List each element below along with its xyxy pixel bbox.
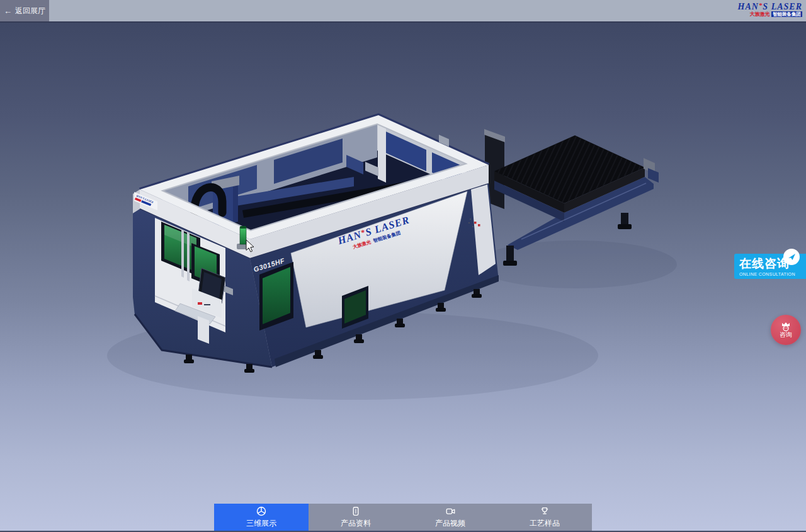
tab-process-samples[interactable]: 工艺样品 xyxy=(497,504,592,531)
tab-3d-display[interactable]: 三维展示 xyxy=(214,504,309,531)
door-handle xyxy=(187,232,190,281)
back-button[interactable]: ← 返回展厅 xyxy=(0,0,49,21)
tab-product-info[interactable]: 产品资料 xyxy=(309,504,403,531)
tab-label: 工艺样品 xyxy=(530,518,560,529)
back-arrow-icon: ← xyxy=(4,7,12,15)
tab-label: 三维展示 xyxy=(246,518,276,529)
online-consultation-badge[interactable]: 在线咨询 ONLINE CONSULTATION xyxy=(734,254,806,279)
top-bar: ← 返回展厅 HAN*S LASER 大族激光 智能装备集团 xyxy=(0,0,806,23)
video-camera-icon xyxy=(445,506,457,517)
tab-label: 产品视频 xyxy=(435,518,465,529)
consult-float-button[interactable]: 咨询 xyxy=(771,315,801,345)
app-window: ← 返回展厅 HAN*S LASER 大族激光 智能装备集团 xyxy=(0,0,806,532)
service-crown-icon xyxy=(780,321,792,331)
brand-name: HAN*S LASER xyxy=(738,1,802,11)
tab-label: 产品资料 xyxy=(341,518,371,529)
brand-logo: HAN*S LASER 大族激光 智能装备集团 xyxy=(738,1,802,18)
document-icon xyxy=(350,506,361,517)
machine-3d-model[interactable]: HAN'S LASER xyxy=(0,0,806,532)
3d-viewport[interactable]: HAN'S LASER xyxy=(0,23,806,532)
door-handle xyxy=(181,230,184,278)
chat-pen-icon xyxy=(783,249,800,265)
consultation-title: 在线咨询 xyxy=(739,256,790,272)
consultation-subtitle: ONLINE CONSULTATION xyxy=(739,272,795,276)
bottom-tab-bar: 三维展示 产品资料 产品视频 xyxy=(214,504,592,531)
consult-fab-label: 咨询 xyxy=(780,331,792,339)
tab-product-video[interactable]: 产品视频 xyxy=(403,504,497,531)
cube-3d-icon xyxy=(256,506,267,517)
trophy-icon xyxy=(539,506,550,517)
back-button-label: 返回展厅 xyxy=(15,6,45,16)
brand-subtitle: 大族激光 智能装备集团 xyxy=(738,12,802,18)
